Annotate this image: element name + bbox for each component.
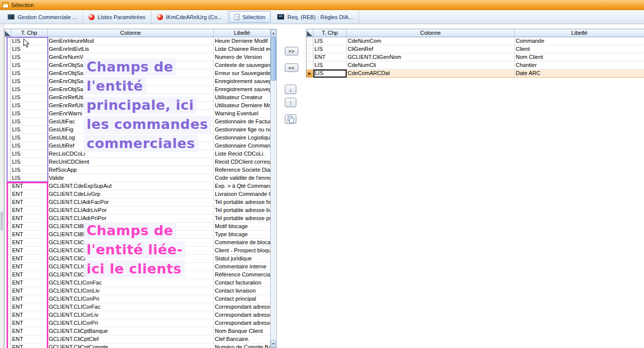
scrollbar-thumb[interactable] <box>271 37 276 81</box>
scroll-up-button[interactable]: ▲ <box>271 29 276 37</box>
row-selector[interactable] <box>5 263 11 271</box>
row-selector[interactable] <box>5 303 11 311</box>
table-row[interactable]: LISGenEnrWarniWarning Eventuel <box>5 110 270 118</box>
row-selector[interactable] <box>5 182 11 190</box>
table-row[interactable]: LISValideCode validite de l'enregi <box>5 174 270 182</box>
row-selector[interactable] <box>5 134 11 142</box>
select-all-corner[interactable] <box>5 29 11 37</box>
table-row[interactable]: LISRecUniCDClientRecid CDClient correspo <box>5 158 270 166</box>
left-table-scrollbar[interactable]: ▲ ▼ <box>270 29 277 348</box>
table-row[interactable]: ENTGCLIENT.CLICorLivCorrespondant adress… <box>5 311 270 319</box>
row-selector[interactable] <box>5 118 11 126</box>
move-down-button[interactable]: ↓ <box>285 85 296 94</box>
tab-listes-parametrees[interactable]: Listes Paramétrées <box>83 10 151 24</box>
table-row[interactable]: ENTGCLIENT.CLIAdrPriPorTel portable adre… <box>5 215 270 223</box>
row-selector[interactable] <box>5 279 11 287</box>
splitter-handle[interactable] <box>1 212 3 231</box>
row-selector[interactable] <box>5 78 11 86</box>
select-all-corner[interactable] <box>306 29 313 37</box>
table-row[interactable]: LISGenEnrObjSaContexte de sauvegarde <box>5 61 270 69</box>
row-selector[interactable] <box>5 215 11 223</box>
row-selector[interactable] <box>306 45 313 53</box>
table-row[interactable]: ENTGCLIENT.CLICorPriCorrespondant adress… <box>5 319 270 327</box>
table-row[interactable]: ENTGCLIENT.CLIAdrFacPorTel portable adre… <box>5 198 270 206</box>
table-row[interactable]: ENTGCLIENT.CliCcCommentaire de blocag <box>5 239 270 247</box>
row-selector[interactable] <box>5 94 11 102</box>
row-selector[interactable] <box>5 295 11 303</box>
table-row[interactable]: LISGenEnrNumVNumero de Version <box>5 53 270 61</box>
row-selector[interactable] <box>5 287 11 295</box>
row-selector[interactable] <box>5 166 11 174</box>
row-selector[interactable] <box>5 53 11 61</box>
tab-req-reb-regles-dia[interactable]: Req. (REB) : Règles DIA... <box>272 10 359 24</box>
row-selector[interactable] <box>5 86 11 94</box>
row-selector[interactable] <box>5 102 11 110</box>
copy-button[interactable] <box>285 114 296 124</box>
table-row[interactable]: LISRecLisCDCoLiListe Recid CDCoLi. <box>5 150 270 158</box>
row-selector[interactable] <box>5 45 11 53</box>
row-selector[interactable] <box>5 150 11 158</box>
row-selector[interactable] <box>5 126 11 134</box>
row-selector[interactable] <box>5 158 11 166</box>
row-selector[interactable] <box>5 223 11 231</box>
table-row[interactable]: ENTGCLIENT.CLICCommentaire interne <box>5 263 270 271</box>
row-selector[interactable]: ▶ <box>306 69 313 78</box>
remove-all-button[interactable]: << <box>285 63 298 72</box>
column-header-libelle[interactable]: Libellé <box>214 29 270 37</box>
table-row[interactable]: LISGesUtiFacGestionnaire de Factura <box>5 118 270 126</box>
table-row[interactable]: LISGenEnrHeureModHeure Derniere Modif <box>5 37 270 45</box>
window-titlebar[interactable]: Sélection <box>0 0 644 10</box>
table-row[interactable]: ENTGCLIENT.CLIConPriContact principal <box>5 295 270 303</box>
table-row[interactable]: ENTGCLIENT.CliClStatut juridique <box>5 255 270 263</box>
row-selector[interactable] <box>5 239 11 247</box>
table-row[interactable]: LISGenEnrObjSaEnregistrement sauvega <box>5 78 270 86</box>
table-row[interactable]: ENTGCLIENT.CliCptCompteNuméro de Compte … <box>5 343 270 348</box>
row-selector[interactable] <box>5 231 11 239</box>
table-row[interactable]: LISCliGenRefClient <box>306 45 644 53</box>
table-row[interactable]: LISCdeNumCliChantier <box>306 61 644 69</box>
row-selector[interactable] <box>5 319 11 327</box>
row-selector[interactable] <box>5 110 11 118</box>
table-row[interactable]: ENTGCLIENT.CLIConLivContact livraison <box>5 287 270 295</box>
row-selector[interactable] <box>5 343 11 348</box>
table-row[interactable]: LISGenEnrIntEvtLisListe Chainee Recid ev… <box>5 45 270 53</box>
row-selector[interactable] <box>5 37 11 45</box>
row-selector[interactable] <box>5 198 11 206</box>
row-selector[interactable] <box>5 206 11 215</box>
table-row[interactable]: LISGenEnrRefUtiUtilisateur Derniere Mod <box>5 102 270 110</box>
table-row[interactable]: ENTGCLIENT.CLIAdrLivPorTel portable adre… <box>5 206 270 215</box>
row-selector[interactable] <box>5 69 11 78</box>
scrollbar-track[interactable] <box>271 37 276 340</box>
table-row[interactable]: LISGenEnrRefUtiUtilisateur Createur <box>5 94 270 102</box>
table-row[interactable]: ENTGCLIENT.CdeExpSupAutExp. > à Qté Comm… <box>5 182 270 190</box>
table-row[interactable]: ENTGCLIENT.CliGenNomNom Client <box>306 53 644 61</box>
row-selector[interactable] <box>306 61 313 69</box>
table-row[interactable]: ENTGCLIENT.CliBlType blocage <box>5 231 270 239</box>
column-header-colonne[interactable]: Colonne <box>48 29 214 37</box>
row-selector[interactable] <box>5 335 11 343</box>
row-selector[interactable] <box>5 142 11 150</box>
add-all-button[interactable]: >> <box>285 47 298 55</box>
table-row[interactable]: LISRefSocAppReference Societe Diap <box>5 166 270 174</box>
table-row[interactable]: ENTGCLIENT.CLIConFacContact facturation <box>5 279 270 287</box>
row-selector[interactable] <box>5 327 11 335</box>
table-row[interactable]: ENTGCLIENT.CliCcClient - Prospect bloqué <box>5 247 270 255</box>
table-row[interactable]: ENTGCLIENT.CLICorFacCorrespondant adress… <box>5 303 270 311</box>
tab-gestion-commerciale[interactable]: Gestion Commerciale ... <box>2 10 83 24</box>
row-selector[interactable] <box>5 271 11 279</box>
table-row[interactable]: ENTGCLIENT.CliCptClefClef Bancaire. <box>5 335 270 343</box>
table-row[interactable]: LISGesUtiRefGestionnaire Commande <box>5 142 270 150</box>
row-selector[interactable] <box>5 61 11 69</box>
tab-ikmcdearelurg-co[interactable]: IKmCdeARelUrg (Co... <box>151 10 228 24</box>
column-header-colonne[interactable]: Colonne <box>347 29 515 37</box>
table-row[interactable]: ENTGCLIENT.CliBlMotif blocage <box>5 223 270 231</box>
row-selector[interactable] <box>5 190 11 198</box>
row-selector[interactable] <box>5 247 11 255</box>
tab-selection[interactable]: Sélection <box>229 11 271 23</box>
table-row[interactable]: ENTGCLIENT.CliCptBanqueNom Banque Client <box>5 327 270 335</box>
table-row[interactable]: LISGenEnrObjSaErreur sur Sauvegarde c <box>5 69 270 78</box>
column-header-t-chp[interactable]: T. Chp <box>313 29 347 37</box>
row-selector[interactable] <box>306 37 313 45</box>
table-row[interactable]: LISCdeNumComCommande <box>306 37 644 45</box>
table-row[interactable]: LISGenEnrObjSaEnregistrement sauvega <box>5 86 270 94</box>
